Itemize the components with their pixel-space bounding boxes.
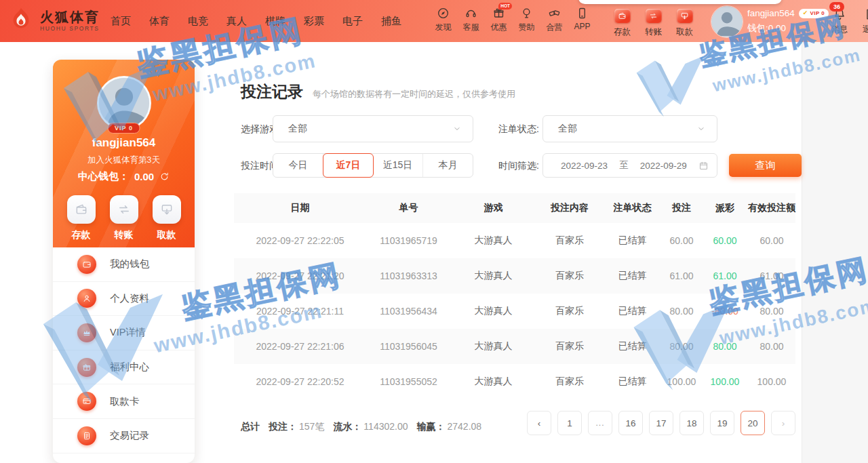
nav-action-转账[interactable]: 转账 xyxy=(639,9,667,38)
wallet-icon xyxy=(77,255,96,274)
sidebar-item-label: 福利中心 xyxy=(110,361,149,374)
status-select[interactable]: 全部 xyxy=(542,115,717,142)
page-button-20[interactable]: 20 xyxy=(741,411,765,435)
sidebar-item-VIP详情[interactable]: VIP详情 xyxy=(53,316,195,350)
date-to: 2022-09-29 xyxy=(640,161,687,171)
profile-action-转账[interactable]: 转账 xyxy=(110,195,138,241)
time-tab-近7日[interactable]: 近7日 xyxy=(323,153,374,178)
quick-link-优惠[interactable]: 优惠HOT xyxy=(485,7,513,33)
nav-action-label: 转账 xyxy=(645,26,662,38)
sidebar-item-我的钱包[interactable]: 我的钱包 xyxy=(53,247,195,282)
table-row: 2022-09-27 22:21:2011031963313大游真人百家乐已结算… xyxy=(234,258,795,294)
main-nav-menu: 首页体育电竞真人棋牌彩票电子捕鱼 xyxy=(111,0,401,42)
column-header-投注内容: 投注内容 xyxy=(536,202,604,214)
quick-link-发现[interactable]: 发现 xyxy=(429,7,457,33)
cell-order: 11031956434 xyxy=(366,306,451,317)
user-avatar[interactable] xyxy=(711,5,743,38)
transfer-icon xyxy=(646,9,662,23)
page-button-16[interactable]: 16 xyxy=(618,411,643,435)
cell-bet: 100.00 xyxy=(661,376,702,387)
time-tab-近15日[interactable]: 近15日 xyxy=(373,154,423,177)
nav-item-电竞[interactable]: 电竞 xyxy=(188,15,208,28)
nav-item-真人[interactable]: 真人 xyxy=(226,15,247,28)
sidebar-item-label: 我的钱包 xyxy=(110,258,149,270)
cell-valid: 80.00 xyxy=(748,306,795,317)
quick-link-赞助[interactable]: 赞助 xyxy=(513,7,540,33)
cell-payout: 100.00 xyxy=(702,376,748,387)
partner-icon xyxy=(548,7,561,20)
date-range-label: 时间筛选: xyxy=(498,153,539,178)
ellipsis-page-button[interactable]: ... xyxy=(588,411,612,435)
logout-button[interactable]: 退出 xyxy=(856,7,868,35)
pagination: ‹1...1617181920› xyxy=(527,411,795,435)
column-header-日期: 日期 xyxy=(234,202,366,214)
cell-content: 百家乐 xyxy=(536,235,604,247)
page-button-17[interactable]: 17 xyxy=(649,411,673,435)
cell-valid: 60.00 xyxy=(748,235,795,246)
nav-item-首页[interactable]: 首页 xyxy=(111,15,131,28)
profile-action-取款[interactable]: 取款 xyxy=(153,195,181,241)
cell-valid: 80.00 xyxy=(748,341,795,352)
nav-action-label: 取款 xyxy=(676,26,693,38)
page-button-1[interactable]: 1 xyxy=(557,411,582,435)
messages-count-badge: 36 xyxy=(829,2,844,12)
cell-date: 2022-09-27 22:22:05 xyxy=(234,235,366,246)
sidebar-item-个人资料[interactable]: 个人资料 xyxy=(53,282,195,317)
sidebar-item-福利中心[interactable]: 福利中心 xyxy=(53,350,195,385)
quick-link-合营[interactable]: 合营 xyxy=(540,7,568,33)
totals-summary: 总计投注：157笔流水：114302.00输赢：2742.08 xyxy=(241,415,481,439)
cell-bet: 80.00 xyxy=(661,341,702,352)
chevron-down-icon xyxy=(696,124,706,134)
cell-order: 11031965719 xyxy=(366,235,451,246)
brand-logo[interactable]: 火狐体育 HUOHU SPORTS xyxy=(7,6,100,35)
cell-status: 已结算 xyxy=(604,235,661,247)
page-button-19[interactable]: 19 xyxy=(710,411,734,435)
profile-action-存款[interactable]: 存款 xyxy=(67,195,96,241)
cell-valid: 100.00 xyxy=(748,376,795,387)
sidebar-item-取款卡[interactable]: 取款卡 xyxy=(53,384,195,419)
profile-joined: 加入火狐体育第3天 xyxy=(53,155,195,166)
date-from: 2022-09-23 xyxy=(561,161,608,171)
profile-card: VIP 0 fangjian564 加入火狐体育第3天 中心钱包： 0.00 存… xyxy=(53,60,195,247)
nav-item-电子[interactable]: 电子 xyxy=(342,15,363,28)
deposit-icon xyxy=(67,195,96,224)
messages-button[interactable]: 36 消息 xyxy=(825,7,854,35)
refresh-icon[interactable] xyxy=(159,172,170,182)
nav-item-彩票[interactable]: 彩票 xyxy=(304,15,324,28)
nav-item-体育[interactable]: 体育 xyxy=(149,15,170,28)
center-wallet-value: 0.00 xyxy=(134,171,154,182)
date-range-picker[interactable]: 2022-09-23 至 2022-09-29 xyxy=(542,153,717,178)
chevron-down-icon xyxy=(452,124,462,134)
center-wallet-label: 中心钱包： xyxy=(78,170,129,183)
game-select[interactable]: 全部 xyxy=(273,115,473,142)
cell-content: 百家乐 xyxy=(536,305,604,317)
cell-game: 大游真人 xyxy=(451,305,536,317)
summary-流水: 流水：114302.00 xyxy=(333,421,408,433)
cell-status: 已结算 xyxy=(604,340,661,353)
search-button[interactable]: 查询 xyxy=(729,154,802,177)
profile-action-label: 存款 xyxy=(72,229,91,241)
quick-link-客服[interactable]: 客服 xyxy=(457,7,485,33)
summary-总计: 总计 xyxy=(241,421,260,433)
summary-value: 2742.08 xyxy=(448,421,482,432)
prev-page-button[interactable]: ‹ xyxy=(527,411,551,435)
quick-link-APP[interactable]: APP xyxy=(568,7,596,33)
top-navbar: 火狐体育 HUOHU SPORTS 首页体育电竞真人棋牌彩票电子捕鱼 发现客服优… xyxy=(0,0,868,42)
quick-link-label: 优惠 xyxy=(491,22,507,33)
username: fangjian564 xyxy=(747,8,795,18)
cell-bet: 61.00 xyxy=(661,270,702,281)
nav-action-存款[interactable]: 存款 xyxy=(608,9,636,38)
time-tab-今日[interactable]: 今日 xyxy=(273,154,323,177)
profile-avatar[interactable] xyxy=(97,76,151,130)
column-header-投注: 投注 xyxy=(661,202,702,214)
next-page-button[interactable]: › xyxy=(771,411,795,435)
table-header: 日期单号游戏投注内容注单状态投注派彩有效投注额 xyxy=(234,193,795,223)
time-tab-本月[interactable]: 本月 xyxy=(423,154,473,177)
sidebar-menu: 我的钱包个人资料VIP详情福利中心取款卡交易记录 xyxy=(53,247,195,454)
page-button-18[interactable]: 18 xyxy=(679,411,704,435)
nav-item-捕鱼[interactable]: 捕鱼 xyxy=(381,15,401,28)
nav-action-取款[interactable]: 取款 xyxy=(671,9,698,38)
column-header-注单状态: 注单状态 xyxy=(604,202,661,214)
sidebar-item-交易记录[interactable]: 交易记录 xyxy=(53,419,195,454)
nav-item-棋牌[interactable]: 棋牌 xyxy=(265,15,285,28)
